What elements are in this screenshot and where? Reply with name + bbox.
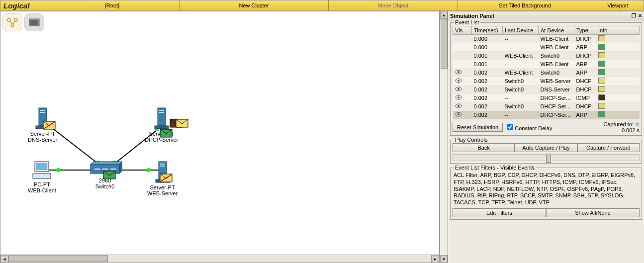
node-label: Server-PT	[30, 131, 55, 137]
svg-point-48	[458, 96, 460, 98]
eye-icon	[455, 95, 462, 100]
col-time[interactable]: Time(sec)	[472, 26, 503, 35]
canvas-scrollbar[interactable]: ▲ ▼	[440, 11, 448, 263]
root-button[interactable]: [Root]	[45, 0, 180, 10]
event-list-title: Event List	[454, 19, 480, 25]
svg-line-3	[10, 21, 12, 24]
event-row[interactable]: 0.002--DHCP-Ser...ARP	[453, 111, 640, 119]
scroll-thumb[interactable]	[8, 255, 108, 262]
pdu-color-swatch	[598, 35, 605, 41]
node-label: Server-PT	[150, 184, 175, 190]
event-row[interactable]: 0.002--DHCP-Ser...ICMP	[453, 94, 640, 102]
play-speed-slider[interactable]	[453, 154, 640, 161]
pdu-envelope-icon[interactable]	[43, 121, 56, 130]
constant-delay-checkbox[interactable]: Constant Delay	[507, 124, 552, 131]
reset-simulation-button[interactable]: Reset Simulation	[453, 123, 503, 132]
node-web-client[interactable]: PC-PTWEB-Client	[28, 161, 56, 193]
svg-point-52	[458, 113, 460, 115]
svg-rect-20	[159, 112, 164, 113]
svg-rect-38	[160, 166, 165, 167]
svg-point-42	[458, 71, 460, 73]
scroll-thumb[interactable]	[441, 19, 448, 69]
pdu-color-swatch	[598, 111, 605, 117]
svg-marker-26	[91, 162, 122, 165]
event-list-filters-group: Event List Filters - Visible Events ACL …	[450, 168, 642, 220]
node-label: WEB-Client	[28, 187, 56, 193]
svg-rect-34	[33, 174, 51, 178]
slider-thumb[interactable]	[546, 154, 551, 163]
pdu-color-swatch	[598, 44, 605, 50]
eye-icon	[455, 78, 462, 83]
simulation-panel: Simulation Panel ❐ ✕ Event List Vis. Tim…	[448, 11, 644, 263]
event-row[interactable]: 0.000--WEB-ClientARP	[453, 43, 640, 52]
svg-rect-6	[30, 20, 38, 25]
svg-rect-37	[160, 164, 165, 165]
edit-filters-button[interactable]: Edit Filters	[453, 208, 546, 217]
svg-rect-19	[159, 110, 164, 111]
event-row[interactable]: 0.000--WEB-ClientDHCP	[453, 35, 640, 43]
scroll-right-button[interactable]: ►	[431, 255, 439, 263]
node-label: Switch0	[95, 183, 115, 189]
pdu-envelope-icon[interactable]	[176, 119, 188, 128]
svg-point-2	[11, 24, 14, 27]
col-last[interactable]: Last Device	[503, 26, 539, 35]
snowflake-icon: ✼	[635, 121, 640, 127]
svg-point-46	[458, 88, 460, 90]
filters-text: ACL Filter, ARP, BGP, CDP, DHCP, DHCPv6,…	[453, 171, 640, 207]
scroll-left-button[interactable]: ◄	[0, 255, 8, 263]
svg-point-50	[458, 105, 460, 107]
play-controls-group: Play Controls Back Auto Capture / Play C…	[450, 140, 642, 164]
event-row[interactable]: 0.002Switch0DHCP-Ser...DHCP	[453, 102, 640, 111]
event-list-group: Event List Vis. Time(sec) Last Device At…	[450, 22, 642, 136]
pdu-color-swatch	[598, 78, 605, 84]
eye-icon	[455, 112, 462, 117]
pdu-color-swatch	[598, 94, 605, 100]
new-cluster-button[interactable]: New Cluster	[180, 0, 329, 10]
auto-capture-button[interactable]: Auto Capture / Play	[515, 143, 577, 152]
set-tiled-background-button[interactable]: Set Tiled Background	[458, 0, 592, 10]
undock-icon[interactable]: ❐	[632, 13, 636, 18]
node-label: WEB-Server	[147, 190, 178, 196]
pdu-color-swatch	[598, 52, 605, 58]
constant-delay-label: Constant Delay	[515, 125, 552, 131]
svg-line-4	[13, 21, 15, 24]
capture-forward-button[interactable]: Capture / Forward	[577, 143, 640, 152]
physical-view-icon[interactable]	[2, 13, 22, 31]
svg-rect-13	[40, 110, 45, 111]
event-row[interactable]: 0.001--WEB-ClientARP	[453, 60, 640, 69]
viewport-button[interactable]: Viewport	[592, 0, 644, 10]
node-label: DNS-Server	[28, 137, 57, 143]
cluster-icon[interactable]	[24, 13, 44, 31]
filters-title: Event List Filters - Visible Events	[454, 165, 536, 171]
col-at[interactable]: At Device	[539, 26, 574, 35]
event-row[interactable]: 0.002Switch0WEB-ServerDHCP	[453, 77, 640, 86]
col-vis[interactable]: Vis.	[453, 26, 472, 35]
eye-icon	[455, 103, 462, 108]
pdu-color-swatch	[598, 103, 605, 109]
logical-tab[interactable]: Logical	[0, 0, 45, 10]
svg-rect-33	[36, 163, 47, 170]
pdu-envelope-icon[interactable]	[160, 129, 173, 138]
event-list-table: Vis. Time(sec) Last Device At Device Typ…	[453, 26, 640, 119]
col-type[interactable]: Type	[574, 26, 596, 35]
top-toolbar: Logical [Root] New Cluster Move Object S…	[0, 0, 644, 11]
logical-canvas[interactable]: Server-PTDNS-Server Server-PTDHCP-Server…	[0, 11, 440, 263]
play-controls-title: Play Controls	[454, 137, 489, 143]
pdu-color-swatch	[598, 86, 605, 92]
eye-icon	[455, 87, 462, 91]
pdu-color-swatch	[598, 69, 605, 75]
event-row[interactable]: 0.001WEB-ClientSwitch0DHCP	[453, 52, 640, 60]
col-info[interactable]: Info	[596, 26, 640, 35]
event-row[interactable]: 0.002Switch0DNS-ServerDHCP	[453, 86, 640, 94]
close-icon[interactable]: ✕	[638, 13, 642, 18]
show-all-none-button[interactable]: Show All/None	[546, 208, 640, 217]
svg-rect-14	[40, 112, 45, 113]
pdu-envelope-icon[interactable]	[160, 174, 173, 182]
event-row[interactable]: 0.002WEB-ClientSwitch0ARP	[453, 69, 640, 77]
scroll-down-button[interactable]: ▼	[440, 255, 448, 263]
move-object-button: Move Object	[329, 0, 458, 10]
pdu-envelope-icon[interactable]	[103, 171, 116, 179]
svg-point-44	[458, 80, 460, 82]
scroll-up-button[interactable]: ▲	[440, 11, 448, 19]
back-button[interactable]: Back	[453, 143, 515, 152]
